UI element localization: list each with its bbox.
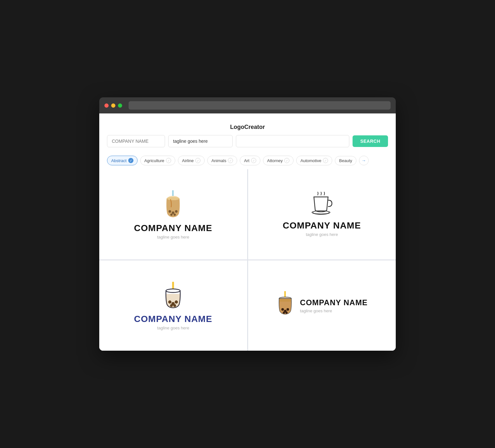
logo-company-name-4: COMPANY NAME xyxy=(300,298,368,307)
filter-chip-automotive[interactable]: Automotive ✓ xyxy=(296,156,332,165)
titlebar xyxy=(99,97,396,113)
search-row: SEARCH xyxy=(107,135,388,152)
check-icon-art: ✓ xyxy=(251,158,256,163)
check-icon-agriculture: ✓ xyxy=(166,158,171,163)
logo-card-4[interactable]: COMPANY NAME tagline goes here xyxy=(248,260,396,351)
tagline-input[interactable] xyxy=(168,135,233,147)
logo-card-1[interactable]: COMPANY NAME tagline goes here xyxy=(99,169,247,259)
check-icon-airline: ✓ xyxy=(195,158,200,163)
logo-company-name-2: COMPANY NAME xyxy=(283,220,361,231)
filter-label: Beauty xyxy=(339,158,352,163)
svg-point-1 xyxy=(167,197,180,200)
browser-window: LogoCreator SEARCH Abstract ✓ Agricultur… xyxy=(99,97,396,351)
svg-point-20 xyxy=(283,312,285,314)
svg-point-21 xyxy=(285,312,287,314)
filter-chip-agriculture[interactable]: Agriculture ✓ xyxy=(140,156,175,165)
svg-point-3 xyxy=(172,211,174,214)
check-icon-animals: ✓ xyxy=(228,158,233,163)
app-title: LogoCreator xyxy=(107,119,388,135)
close-button[interactable] xyxy=(104,103,109,108)
logo-icon-boba1 xyxy=(163,190,184,220)
filter-next-button[interactable]: → xyxy=(359,156,369,165)
logo-icon-boba3 xyxy=(276,291,295,317)
url-bar[interactable] xyxy=(129,101,391,110)
svg-point-4 xyxy=(175,210,178,213)
company-name-input[interactable] xyxy=(107,135,165,147)
extra-search-input[interactable] xyxy=(236,135,349,147)
check-icon-abstract: ✓ xyxy=(128,158,133,163)
app-content: LogoCreator SEARCH Abstract ✓ Agricultur… xyxy=(99,113,396,351)
search-button[interactable]: SEARCH xyxy=(353,135,388,147)
filter-chip-animals[interactable]: Animals ✓ xyxy=(207,156,237,165)
filter-label: Abstract xyxy=(111,158,127,163)
filter-label: Attorney xyxy=(267,158,283,163)
filter-chip-beauty[interactable]: Beauty xyxy=(335,156,356,165)
logo-tagline-1: tagline goes here xyxy=(157,235,189,239)
logo-icon-coffee xyxy=(311,192,333,217)
svg-point-6 xyxy=(173,213,176,216)
svg-point-19 xyxy=(286,308,289,311)
filter-chip-attorney[interactable]: Attorney ✓ xyxy=(263,156,294,165)
filter-chip-abstract[interactable]: Abstract ✓ xyxy=(107,156,138,165)
filter-label: Agriculture xyxy=(144,158,164,163)
logo-card-3[interactable]: COMPANY NAME tagline goes here xyxy=(99,260,247,351)
filter-label: Airline xyxy=(182,158,194,163)
svg-point-5 xyxy=(170,213,172,216)
minimize-button[interactable] xyxy=(111,103,115,108)
svg-point-9 xyxy=(166,289,180,292)
svg-point-17 xyxy=(281,308,284,311)
logo-text-4: COMPANY NAME tagline goes here xyxy=(300,298,368,313)
filter-row: Abstract ✓ Agriculture ✓ Airline ✓ Anima… xyxy=(107,152,388,169)
check-icon-attorney: ✓ xyxy=(284,158,289,163)
app-header: LogoCreator SEARCH Abstract ✓ Agricultur… xyxy=(99,113,396,169)
svg-point-2 xyxy=(169,210,171,213)
logo-card-2[interactable]: COMPANY NAME tagline goes here xyxy=(248,169,396,259)
filter-chip-airline[interactable]: Airline ✓ xyxy=(178,156,205,165)
maximize-button[interactable] xyxy=(118,103,122,108)
check-icon-automotive: ✓ xyxy=(323,158,328,163)
logo-tagline-3: tagline goes here xyxy=(157,326,189,330)
logo-company-name-1: COMPANY NAME xyxy=(134,223,212,233)
logo-tagline-2: tagline goes here xyxy=(306,232,338,237)
filter-label: Art xyxy=(244,158,249,163)
filter-label: Animals xyxy=(211,158,226,163)
filter-chip-art[interactable]: Art ✓ xyxy=(240,156,260,165)
logo-grid: COMPANY NAME tagline goes here xyxy=(99,169,396,351)
logo-tagline-4: tagline goes here xyxy=(300,308,368,313)
logo-icon-boba2 xyxy=(163,281,184,311)
filter-label: Automotive xyxy=(300,158,321,163)
logo-company-name-3: COMPANY NAME xyxy=(134,314,212,324)
